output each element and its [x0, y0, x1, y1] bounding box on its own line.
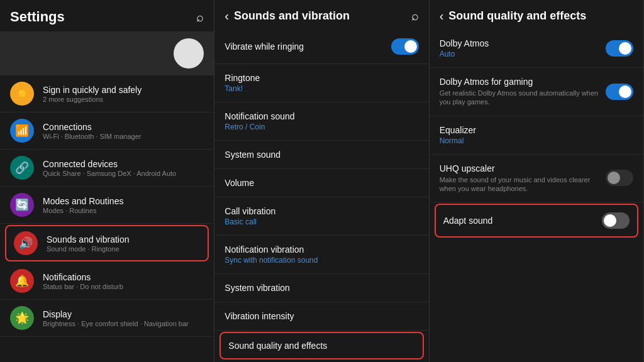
notification-vibration-label: Notification vibration — [225, 244, 418, 255]
notifications-icon: 🔔 — [10, 269, 34, 293]
modes-routines-text: Modes and Routines Modes · Routines — [43, 196, 204, 214]
call-vibration-text: Call vibration Basic call — [225, 206, 418, 226]
display-icon: 🌟 — [10, 306, 34, 330]
p3-item-dolby-atmos[interactable]: Dolby Atmos Auto — [430, 30, 643, 68]
adapt-sound-toggle[interactable] — [602, 212, 630, 229]
sound-quality-effects-label: Sound quality and effects — [228, 341, 414, 351]
dolby-atmos-toggle-knob — [619, 42, 631, 55]
vibration-intensity-label: Vibration intensity — [225, 311, 418, 321]
settings-panel: Settings ⌕ ☀️ Sign in quickly and safely… — [0, 0, 214, 362]
vibration-intensity-text: Vibration intensity — [225, 311, 418, 321]
system-sound-label: System sound — [225, 150, 418, 160]
settings-title: Settings — [10, 9, 65, 25]
p2-item-system-sound[interactable]: System sound — [214, 141, 428, 169]
connected-devices-icon: 🔗 — [10, 156, 34, 180]
notifications-label: Notifications — [43, 272, 204, 282]
sign-in-icon: ☀️ — [10, 82, 34, 106]
p2-item-notification-sound[interactable]: Notification sound Retro / Coin — [214, 102, 428, 141]
modes-routines-sublabel: Modes · Routines — [43, 207, 204, 214]
sounds-vibration-text: Sounds and vibration Sound mode · Ringto… — [47, 234, 200, 253]
display-sublabel: Brightness · Eye comfort shield · Naviga… — [43, 320, 204, 327]
uhq-upscaler-toggle[interactable] — [606, 170, 633, 186]
dolby-atmos-toggle[interactable] — [606, 40, 633, 57]
connections-icon: 📶 — [10, 119, 34, 143]
sign-in-label: Sign in quickly and safely — [43, 85, 204, 95]
dolby-atmos-gaming-toggle-knob — [619, 85, 631, 98]
adapt-sound-label: Adapt sound — [443, 216, 602, 226]
connected-devices-text: Connected devices Quick Share · Samsung … — [43, 159, 204, 177]
dolby-atmos-label: Dolby Atmos — [440, 38, 606, 48]
equalizer-label: Equalizer — [440, 125, 633, 135]
notification-sound-label: Notification sound — [225, 111, 418, 121]
sounds-list: Vibrate while ringing Ringtone Tank! Not… — [214, 30, 428, 362]
sounds-vibration-label: Sounds and vibration — [47, 234, 200, 244]
p2-item-volume[interactable]: Volume — [214, 169, 428, 197]
dolby-atmos-sublabel: Auto — [440, 50, 606, 58]
sound-quality-panel: ‹ Sound quality and effects Dolby Atmos … — [430, 0, 644, 362]
modes-routines-icon: 🔄 — [10, 193, 34, 217]
p2-item-sound-quality-effects[interactable]: Sound quality and effects — [219, 332, 423, 359]
equalizer-sublabel: Normal — [440, 136, 633, 145]
sounds-search-button[interactable]: ⌕ — [411, 9, 419, 23]
uhq-upscaler-toggle-knob — [608, 172, 620, 184]
settings-item-notifications[interactable]: 🔔 Notifications Status bar · Do not dist… — [0, 263, 214, 300]
settings-item-connected-devices[interactable]: 🔗 Connected devices Quick Share · Samsun… — [0, 150, 214, 187]
notification-vibration-text: Notification vibration Sync with notific… — [225, 244, 418, 265]
dolby-atmos-gaming-toggle[interactable] — [606, 84, 633, 100]
sounds-vibration-sublabel: Sound mode · Ringtone — [47, 245, 200, 253]
call-vibration-label: Call vibration — [225, 206, 418, 216]
p2-item-call-vibration[interactable]: Call vibration Basic call — [214, 197, 428, 236]
vibrate-ringing-toggle[interactable] — [391, 38, 419, 55]
settings-header: Settings ⌕ — [0, 0, 214, 31]
p2-item-system-vibration[interactable]: System vibration — [214, 274, 428, 302]
adapt-sound-text: Adapt sound — [443, 216, 602, 226]
connected-devices-label: Connected devices — [43, 159, 204, 169]
p3-item-equalizer[interactable]: Equalizer Normal — [430, 116, 643, 155]
connections-sublabel: Wi-Fi · Bluetooth · SIM manager — [43, 133, 204, 140]
sounds-vibration-icon: 🔊 — [14, 231, 38, 255]
header-left: ‹ Sounds and vibration — [225, 9, 350, 23]
p3-item-dolby-atmos-gaming[interactable]: Dolby Atmos for gaming Get realistic Dol… — [430, 68, 643, 116]
vibrate-ringing-text: Vibrate while ringing — [225, 41, 391, 52]
ringtone-text: Ringtone Tank! — [225, 73, 418, 93]
p2-item-vibration-intensity[interactable]: Vibration intensity — [214, 302, 428, 331]
sound-quality-back-button[interactable]: ‹ — [440, 9, 444, 23]
vibrate-ringing-label: Vibrate while ringing — [225, 41, 391, 52]
p3-item-adapt-sound[interactable]: Adapt sound — [435, 204, 638, 238]
connections-label: Connections — [43, 122, 204, 132]
system-sound-text: System sound — [225, 150, 418, 160]
p3-item-uhq-upscaler[interactable]: UHQ upscaler Make the sound of your musi… — [430, 155, 643, 203]
call-vibration-sublabel: Basic call — [225, 217, 418, 226]
avatar — [174, 38, 204, 69]
settings-search-button[interactable]: ⌕ — [196, 10, 204, 25]
avatar-area — [0, 31, 214, 75]
notification-sound-sublabel: Retro / Coin — [225, 123, 418, 131]
settings-item-modes-routines[interactable]: 🔄 Modes and Routines Modes · Routines — [0, 187, 214, 224]
p2-item-notification-vibration[interactable]: Notification vibration Sync with notific… — [214, 236, 428, 274]
settings-item-display[interactable]: 🌟 Display Brightness · Eye comfort shiel… — [0, 300, 214, 337]
vibrate-ringing-toggle-knob — [404, 40, 417, 53]
notification-vibration-sublabel: Sync with notification sound — [225, 256, 418, 265]
settings-item-sounds-vibration[interactable]: 🔊 Sounds and vibration Sound mode · Ring… — [5, 225, 209, 261]
display-text: Display Brightness · Eye comfort shield … — [43, 309, 204, 327]
sound-quality-header: ‹ Sound quality and effects — [430, 0, 643, 30]
sign-in-text: Sign in quickly and safely 2 more sugges… — [43, 85, 204, 103]
sounds-vibration-panel: ‹ Sounds and vibration ⌕ Vibrate while r… — [214, 0, 429, 362]
notifications-text: Notifications Status bar · Do not distur… — [43, 272, 204, 290]
dolby-atmos-gaming-label: Dolby Atmos for gaming — [440, 77, 606, 87]
settings-list: ☀️ Sign in quickly and safely 2 more sug… — [0, 75, 214, 362]
uhq-upscaler-desc: Make the sound of your music and videos … — [440, 175, 606, 194]
p2-item-vibrate-ringing[interactable]: Vibrate while ringing — [214, 30, 428, 64]
connections-text: Connections Wi-Fi · Bluetooth · SIM mana… — [43, 122, 204, 140]
equalizer-text: Equalizer Normal — [440, 125, 633, 145]
settings-item-connections[interactable]: 📶 Connections Wi-Fi · Bluetooth · SIM ma… — [0, 112, 214, 150]
ringtone-label: Ringtone — [225, 73, 418, 83]
p2-item-ringtone[interactable]: Ringtone Tank! — [214, 64, 428, 102]
sign-in-sublabel: 2 more suggestions — [43, 96, 204, 103]
back-button[interactable]: ‹ — [225, 9, 229, 23]
sound-quality-list: Dolby Atmos Auto Dolby Atmos for gaming … — [430, 30, 643, 362]
adapt-sound-toggle-knob — [604, 214, 616, 227]
sound-quality-title: Sound quality and effects — [448, 9, 586, 23]
sounds-vibration-header: ‹ Sounds and vibration ⌕ — [214, 0, 428, 30]
settings-item-sign-in[interactable]: ☀️ Sign in quickly and safely 2 more sug… — [0, 75, 214, 112]
